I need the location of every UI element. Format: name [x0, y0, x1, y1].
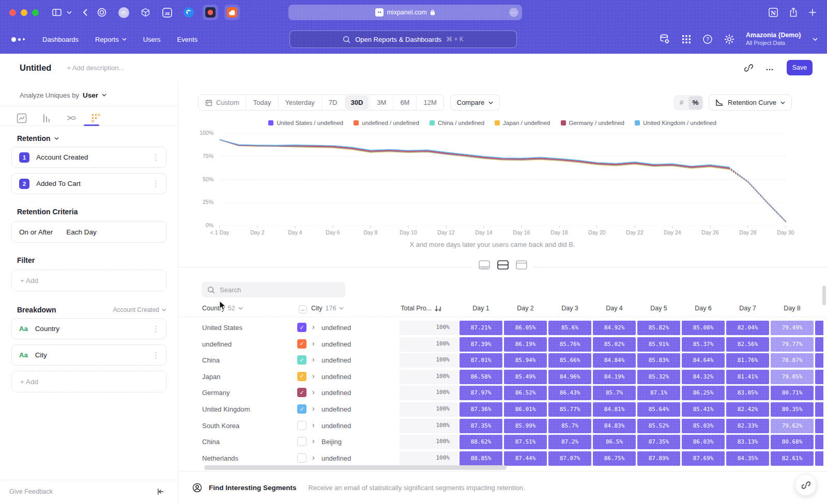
retention-cell[interactable]: 86.58% — [460, 370, 502, 384]
extension-cube-icon[interactable] — [137, 5, 153, 20]
extension-rings-icon[interactable] — [94, 5, 110, 20]
retention-cell[interactable]: 87.39% — [460, 337, 502, 352]
retention-cell[interactable]: 85.66% — [548, 353, 591, 368]
retention-cell[interactable]: 87.07% — [548, 451, 591, 466]
criteria-condition[interactable]: On or After — [19, 228, 53, 236]
retention-cell[interactable]: 82.56% — [726, 337, 769, 352]
retention-cell[interactable]: 80.68% — [771, 435, 814, 449]
date-range-today[interactable]: Today — [246, 95, 278, 110]
give-feedback-link[interactable]: Give Feedback — [9, 488, 53, 495]
expand-row-icon[interactable]: › — [312, 355, 315, 364]
vertical-scrollbar[interactable] — [822, 286, 826, 305]
day-column-header[interactable]: Day 1 — [460, 305, 502, 312]
retention-cell[interactable]: 87.35% — [637, 435, 680, 449]
share-icon[interactable] — [789, 7, 798, 18]
collapse-sidebar-icon[interactable] — [156, 487, 164, 496]
retention-cell[interactable]: 84.81% — [593, 402, 636, 417]
retention-cell[interactable]: 78.87% — [771, 353, 814, 368]
retention-cell[interactable]: 85.83% — [637, 353, 680, 368]
series-line[interactable] — [220, 140, 729, 168]
retention-cell[interactable]: 81.76% — [726, 353, 769, 368]
expand-row-icon[interactable]: › — [312, 453, 315, 462]
date-range-12m[interactable]: 12M — [416, 95, 443, 110]
unit-percent-option[interactable]: % — [688, 96, 702, 109]
table-only-view-icon[interactable] — [515, 260, 528, 270]
unit-count-option[interactable]: # — [675, 96, 688, 109]
day-column-header[interactable]: Day 4 — [593, 305, 636, 312]
total-column-header[interactable]: Total Pro... — [389, 305, 441, 312]
tab-funnels[interactable] — [40, 112, 53, 124]
retention-cell[interactable]: 85.49% — [504, 370, 547, 384]
retention-cell[interactable]: 85.7% — [593, 386, 636, 400]
data-management-icon[interactable] — [659, 34, 670, 45]
nav-item-users[interactable]: Users — [143, 36, 161, 43]
copy-link-icon[interactable] — [744, 64, 753, 72]
global-search-input[interactable]: Open Reports & Dashboards ⌘ + K — [289, 30, 517, 48]
retention-cell[interactable]: 86.5% — [593, 435, 636, 449]
retention-cell[interactable]: 82.61% — [771, 451, 814, 466]
breakdown-scope-selector[interactable]: Account Created — [113, 306, 166, 313]
series-line[interactable] — [220, 140, 729, 167]
retention-cell[interactable]: 85.7% — [548, 419, 591, 433]
day-column-header[interactable]: Day 8 — [771, 305, 814, 312]
retention-cell[interactable]: 86.05% — [504, 321, 547, 335]
retention-cell[interactable]: 87.36% — [460, 402, 502, 417]
page-settings-icon[interactable]: ⋯ — [509, 8, 518, 17]
url-bar[interactable]: •• mixpanel.com ⋯ — [288, 5, 522, 20]
retention-cell[interactable]: 87.35% — [460, 419, 502, 433]
chart-type-selector[interactable]: Retention Curve — [709, 94, 792, 111]
row-checkbox[interactable]: ✓ — [297, 388, 307, 397]
kebab-menu-icon[interactable]: ⋮ — [152, 179, 160, 188]
retention-cell[interactable]: 84.96% — [548, 370, 591, 384]
day-column-header[interactable]: Day 5 — [637, 305, 680, 312]
retention-cell[interactable]: 84.84% — [593, 353, 636, 368]
close-window-button[interactable] — [9, 9, 16, 16]
extension-record-icon[interactable] — [203, 5, 218, 20]
retention-cell[interactable]: 85.99% — [504, 419, 547, 433]
tab-flows[interactable] — [65, 112, 78, 124]
legend-item[interactable]: United Kingdom / undefined — [635, 120, 716, 126]
breakdown-city[interactable]: Aa City ⋮ — [11, 344, 166, 366]
retention-section-header[interactable]: Retention — [17, 134, 166, 143]
legend-item[interactable]: Japan / undefined — [495, 120, 550, 126]
legend-item[interactable]: Germany / undefined — [561, 120, 624, 126]
tab-insights[interactable] — [16, 112, 28, 124]
retention-cell[interactable]: 82.04% — [726, 321, 769, 335]
retention-criteria-card[interactable]: On or After Each Day — [11, 221, 166, 243]
extension-m-icon[interactable]: m — [116, 5, 131, 20]
analyze-uniques-selector[interactable]: Analyze Uniques by User — [20, 88, 166, 102]
retention-cell[interactable]: 79.62% — [771, 419, 814, 433]
retention-cell[interactable]: 83.13% — [726, 435, 769, 449]
retention-cell[interactable]: 85.82% — [637, 321, 680, 335]
add-breakdown-button[interactable]: + Add — [11, 371, 166, 392]
retention-cell[interactable]: 82.42% — [726, 402, 769, 417]
criteria-interval[interactable]: Each Day — [66, 228, 97, 236]
expand-row-icon[interactable]: › — [312, 339, 315, 348]
date-range-6m[interactable]: 6M — [393, 95, 416, 110]
kebab-menu-icon[interactable]: ⋮ — [152, 324, 160, 334]
retention-cell[interactable]: 87.2% — [548, 435, 591, 449]
chart-only-view-icon[interactable] — [478, 260, 491, 270]
compare-button[interactable]: Compare — [450, 94, 500, 111]
retention-cell[interactable]: 86.19% — [504, 337, 547, 352]
help-icon[interactable]: ? — [702, 34, 713, 44]
segments-title[interactable]: Find Interesting Segments — [209, 484, 297, 492]
retention-cell[interactable]: 84.32% — [682, 370, 725, 384]
day-column-header[interactable]: Day 7 — [726, 305, 769, 312]
retention-cell[interactable]: 86.75% — [593, 451, 636, 466]
back-icon[interactable] — [83, 8, 88, 17]
city-column-header[interactable]: City 176 — [311, 305, 344, 312]
row-checkbox[interactable]: ✓ — [297, 404, 307, 414]
country-column-header[interactable]: Country 52 — [202, 305, 243, 312]
retention-cell[interactable]: 87.69% — [682, 451, 725, 466]
retention-cell[interactable]: 85.6% — [548, 321, 591, 335]
breakdown-country[interactable]: Aa Country ⋮ — [11, 318, 166, 339]
retention-cell[interactable]: 84.19% — [593, 370, 636, 384]
date-range-yesterday[interactable]: Yesterday — [278, 95, 321, 110]
retention-cell[interactable]: 87.89% — [637, 451, 680, 466]
extension-js-icon[interactable]: JS — [159, 5, 175, 20]
retention-cell[interactable]: 86.43% — [548, 386, 591, 400]
retention-cell[interactable]: 85.08% — [682, 321, 725, 335]
expand-row-icon[interactable]: › — [312, 372, 315, 380]
page-title[interactable]: Untitled — [20, 63, 51, 73]
